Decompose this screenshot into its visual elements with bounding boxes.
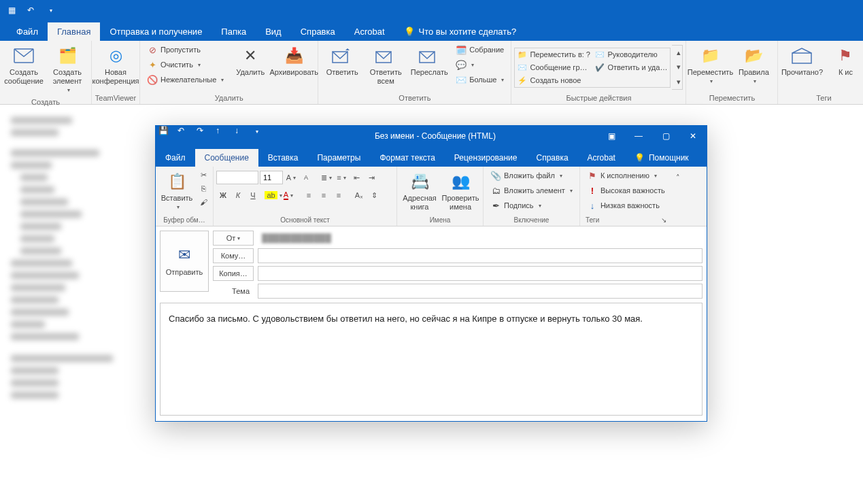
move-button[interactable]: 📁Переместить (689, 42, 731, 88)
save-button[interactable]: 💾 (158, 126, 177, 146)
font-name-input[interactable] (216, 171, 258, 184)
delete-button[interactable]: ✕ Удалить (229, 42, 271, 80)
tab-folder[interactable]: Папка (211, 22, 256, 41)
qs-down-button[interactable]: ▾ (672, 60, 686, 74)
compose-tab-acrobat[interactable]: Acrobat (578, 149, 625, 167)
clear-format-button[interactable]: Aₓ (352, 188, 366, 202)
numbering-button[interactable]: ≡ (335, 171, 348, 184)
minimize-button[interactable]: — (625, 126, 652, 146)
to-input[interactable] (258, 248, 703, 263)
line-spacing-button[interactable]: ⇕ (367, 188, 381, 202)
message-body[interactable]: Спасибо за письмо. С удовольствием бы от… (160, 303, 703, 416)
align-center-button[interactable]: ≡ (317, 188, 331, 202)
qs-to-manager[interactable]: ✉️Руководителю (592, 48, 670, 61)
format-painter-button[interactable]: 🖌 (197, 195, 210, 209)
attach-item-button[interactable]: 🗂Вложить элемент (486, 183, 577, 198)
ignore-button[interactable]: ⊘Пропустить (143, 42, 228, 57)
outdent-button[interactable]: ⇤ (350, 171, 363, 184)
quick-steps-gallery[interactable]: 📁Переместить в: ? ✉️Руководителю ✉️Сообщ… (514, 48, 671, 88)
redo-compose-button[interactable]: ↷ (197, 126, 216, 146)
close-button[interactable]: ✕ (679, 126, 707, 146)
cut-button[interactable]: ✂ (197, 168, 210, 182)
reply-button[interactable]: Ответить (321, 42, 363, 80)
reply-all-button[interactable]: Ответить всем (365, 42, 407, 88)
send-button[interactable]: ✉ Отправить (160, 231, 209, 292)
paste-button[interactable]: 📋 Вставить (158, 168, 195, 214)
maximize-button[interactable]: ▢ (652, 126, 679, 146)
high-importance-button[interactable]: !Высокая важность (583, 183, 669, 198)
junk-button[interactable]: 🚫Нежелательные (143, 72, 228, 87)
check-names-button[interactable]: 👥Проверить имена (441, 168, 480, 214)
cc-input[interactable] (258, 266, 703, 281)
font-color-button[interactable]: A (282, 188, 295, 202)
next-button[interactable]: ↓ (235, 126, 254, 146)
compose-tab-help[interactable]: Справка (527, 149, 578, 167)
prev-button[interactable]: ↑ (216, 126, 235, 146)
align-left-button[interactable]: ≡ (302, 188, 316, 202)
font-size-input[interactable] (260, 171, 283, 184)
indent-button[interactable]: ⇥ (365, 171, 378, 184)
low-importance-button[interactable]: ↓Низкая важность (583, 198, 669, 213)
bold-button[interactable]: Ж (216, 188, 230, 202)
cc-button[interactable]: Копия… (213, 266, 254, 281)
check-names-icon: 👥 (450, 171, 471, 192)
qs-move-to[interactable]: 📁Переместить в: ? (515, 48, 592, 61)
subject-input[interactable] (258, 284, 703, 299)
undo-button[interactable]: ↶ (23, 3, 38, 18)
qs-reply-delete[interactable]: ✔️Ответить и уда… (592, 61, 670, 74)
group-move: 📁Переместить 📂Правила Переместить (686, 41, 778, 104)
meeting-button[interactable]: 🗓️Собрание (452, 42, 508, 57)
align-right-button[interactable]: ≡ (332, 188, 345, 202)
qat-compose-customize[interactable] (254, 126, 273, 146)
tab-view[interactable]: Вид (256, 22, 291, 41)
qs-more-button[interactable]: ▾ (672, 75, 686, 89)
qs-create-new[interactable]: ⚡Создать новое (515, 74, 592, 87)
from-button[interactable]: От (213, 231, 254, 246)
qs-team-email[interactable]: ✉️Сообщение гр… (515, 61, 592, 74)
underline-button[interactable]: Ч (246, 188, 260, 202)
forward-button[interactable]: Переслать (408, 42, 450, 80)
tell-me-search[interactable]: 💡 Что вы хотите сделать? (394, 22, 526, 41)
im-button[interactable]: 💬 (452, 57, 508, 72)
compose-tab-insert[interactable]: Вставка (258, 149, 308, 167)
more-respond-button[interactable]: ✉️Больше (452, 72, 508, 87)
attach-file-button[interactable]: 📎Вложить файл (486, 168, 577, 183)
compose-tab-message[interactable]: Сообщение (195, 149, 258, 167)
dialog-launcher-icon[interactable]: ↘ (661, 216, 666, 224)
followup-main-button[interactable]: ⚑К ис (824, 42, 863, 80)
archive-button[interactable]: 📥 Архивировать (273, 42, 315, 80)
copy-button[interactable]: ⎘ (197, 182, 210, 195)
bullets-button[interactable]: ≣ (320, 171, 333, 184)
italic-button[interactable]: К (231, 188, 245, 202)
undo-compose-button[interactable]: ↶ (177, 126, 197, 146)
tab-help[interactable]: Справка (291, 22, 345, 41)
qs-up-button[interactable]: ▴ (672, 46, 686, 60)
tab-send-receive[interactable]: Отправка и получение (100, 22, 211, 41)
compose-tab-file[interactable]: Файл (156, 149, 195, 167)
collapse-ribbon-button[interactable]: ˄ (672, 171, 684, 184)
ribbon-options-button[interactable]: ▣ (598, 126, 625, 146)
compose-tab-review[interactable]: Рецензирование (445, 149, 527, 167)
rules-button[interactable]: 📂Правила (732, 42, 775, 88)
group-teamviewer: ◎ Новая конференция TeamViewer (92, 41, 140, 104)
new-message-button[interactable]: Создать сообщение (3, 42, 45, 88)
highlight-button[interactable]: ab (267, 188, 280, 202)
new-items-button[interactable]: 🗂️ Создать элемент (46, 42, 88, 97)
compose-tab-options[interactable]: Параметры (307, 149, 370, 167)
read-unread-button[interactable]: Прочитано? (781, 42, 823, 80)
shrink-font-button[interactable]: A (299, 171, 313, 184)
tab-home[interactable]: Главная (48, 22, 100, 41)
to-button[interactable]: Кому… (213, 248, 254, 263)
clean-button[interactable]: ✦Очистить (143, 57, 228, 72)
compose-title-bar[interactable]: 💾 ↶ ↷ ↑ ↓ Без имени - Сообщение (HTML) ▣… (156, 126, 707, 146)
signature-button[interactable]: ✒Подпись (486, 198, 577, 213)
new-conference-button[interactable]: ◎ Новая конференция (95, 42, 137, 88)
address-book-button[interactable]: 📇Адресная книга (400, 168, 439, 214)
tab-file[interactable]: Файл (7, 22, 48, 41)
compose-tab-format[interactable]: Формат текста (370, 149, 444, 167)
followup-button[interactable]: ⚑К исполнению (583, 168, 669, 183)
qat-customize[interactable] (42, 3, 57, 18)
tell-me-compose[interactable]: 💡 Помощник (625, 149, 698, 167)
grow-font-button[interactable]: A (284, 171, 298, 184)
tab-acrobat[interactable]: Acrobat (345, 22, 394, 41)
